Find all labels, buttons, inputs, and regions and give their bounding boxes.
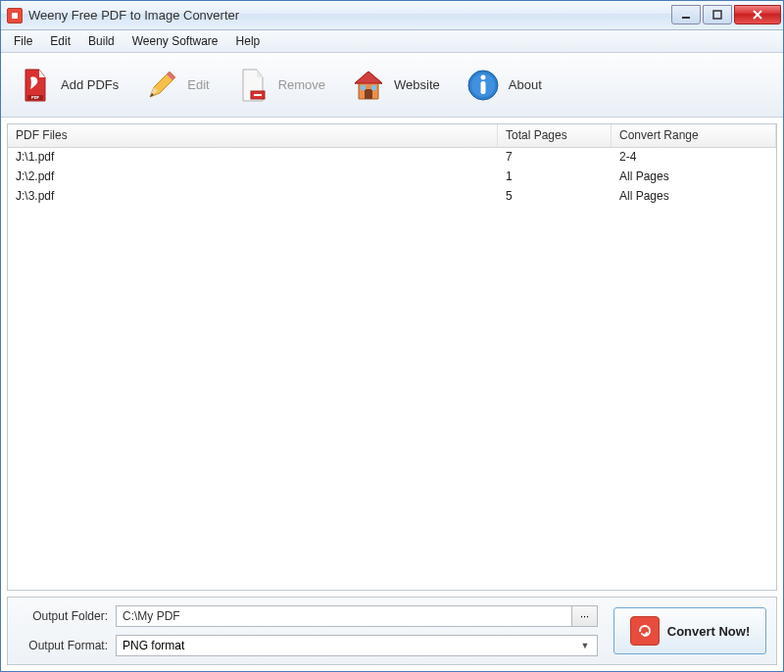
app-window: Weeny Free PDF to Image Converter File E… bbox=[0, 0, 784, 672]
output-panel: Output Folder: ··· Output Format: PNG fo… bbox=[7, 597, 777, 665]
menu-help[interactable]: Help bbox=[227, 31, 270, 51]
remove-file-icon bbox=[235, 68, 270, 103]
svg-text:PDF: PDF bbox=[31, 95, 40, 100]
svg-point-11 bbox=[480, 74, 485, 79]
cell-pages: 7 bbox=[498, 148, 612, 168]
cell-pages: 1 bbox=[498, 168, 612, 187]
list-row[interactable]: J:\2.pdf 1 All Pages bbox=[8, 168, 776, 187]
convert-label: Convert Now! bbox=[667, 624, 751, 639]
pdf-file-icon: PDF bbox=[18, 68, 53, 103]
add-pdfs-label: Add PDFs bbox=[61, 77, 119, 92]
output-folder-row: Output Folder: ··· bbox=[18, 605, 598, 627]
cell-file: J:\2.pdf bbox=[8, 168, 498, 187]
list-header: PDF Files Total Pages Convert Range bbox=[8, 124, 776, 148]
header-total-pages[interactable]: Total Pages bbox=[498, 124, 612, 147]
edit-button[interactable]: Edit bbox=[135, 61, 225, 110]
cell-file: J:\3.pdf bbox=[8, 187, 498, 207]
remove-button[interactable]: Remove bbox=[226, 61, 342, 110]
cell-range: All Pages bbox=[612, 187, 776, 207]
output-folder-label: Output Folder: bbox=[18, 609, 116, 623]
house-icon bbox=[351, 68, 386, 103]
window-controls bbox=[669, 5, 781, 26]
about-label: About bbox=[509, 77, 542, 92]
output-format-value: PNG format bbox=[122, 639, 184, 652]
cell-range: All Pages bbox=[612, 168, 776, 187]
website-label: Website bbox=[394, 77, 440, 92]
svg-rect-12 bbox=[480, 81, 485, 94]
browse-folder-button[interactable]: ··· bbox=[572, 605, 598, 627]
app-icon bbox=[7, 8, 23, 24]
close-button[interactable] bbox=[734, 5, 781, 24]
title-bar: Weeny Free PDF to Image Converter bbox=[1, 1, 783, 30]
menu-bar: File Edit Build Weeny Software Help bbox=[1, 30, 783, 53]
website-button[interactable]: Website bbox=[342, 61, 457, 110]
menu-build[interactable]: Build bbox=[79, 31, 123, 51]
maximize-button[interactable] bbox=[703, 5, 732, 24]
convert-icon bbox=[630, 616, 660, 646]
menu-weeny-software[interactable]: Weeny Software bbox=[123, 31, 227, 51]
output-folder-input[interactable] bbox=[116, 605, 572, 627]
list-row[interactable]: J:\1.pdf 7 2-4 bbox=[8, 148, 776, 168]
svg-rect-0 bbox=[682, 17, 690, 19]
list-row[interactable]: J:\3.pdf 5 All Pages bbox=[8, 187, 776, 207]
edit-label: Edit bbox=[187, 77, 209, 92]
svg-rect-6 bbox=[365, 89, 372, 99]
menu-edit[interactable]: Edit bbox=[41, 31, 79, 51]
close-icon bbox=[752, 9, 763, 21]
list-body: J:\1.pdf 7 2-4 J:\2.pdf 1 All Pages J:\3… bbox=[8, 148, 776, 590]
remove-label: Remove bbox=[278, 77, 325, 92]
pencil-icon bbox=[144, 68, 179, 103]
header-pdf-files[interactable]: PDF Files bbox=[8, 124, 498, 147]
svg-rect-5 bbox=[254, 94, 262, 96]
svg-rect-7 bbox=[361, 85, 366, 90]
about-button[interactable]: About bbox=[457, 61, 559, 110]
svg-rect-1 bbox=[713, 11, 721, 19]
convert-now-button[interactable]: Convert Now! bbox=[613, 607, 766, 654]
cell-range: 2-4 bbox=[612, 148, 776, 168]
output-settings: Output Folder: ··· Output Format: PNG fo… bbox=[18, 605, 598, 656]
cell-file: J:\1.pdf bbox=[8, 148, 498, 168]
window-title: Weeny Free PDF to Image Converter bbox=[28, 8, 669, 23]
add-pdfs-button[interactable]: PDF Add PDFs bbox=[9, 61, 135, 110]
minimize-button[interactable] bbox=[671, 5, 701, 24]
output-format-label: Output Format: bbox=[18, 639, 116, 652]
cell-pages: 5 bbox=[498, 187, 612, 207]
info-icon bbox=[466, 68, 501, 103]
toolbar: PDF Add PDFs Edit Remove bbox=[1, 53, 783, 118]
output-format-select[interactable]: PNG format ▼ bbox=[116, 635, 598, 656]
output-format-row: Output Format: PNG format ▼ bbox=[18, 635, 598, 656]
maximize-icon bbox=[712, 10, 722, 20]
chevron-down-icon: ▼ bbox=[577, 641, 593, 650]
file-list: PDF Files Total Pages Convert Range J:\1… bbox=[7, 123, 777, 591]
menu-file[interactable]: File bbox=[5, 31, 41, 51]
header-convert-range[interactable]: Convert Range bbox=[612, 124, 776, 147]
svg-rect-8 bbox=[371, 85, 376, 90]
minimize-icon bbox=[681, 10, 691, 20]
